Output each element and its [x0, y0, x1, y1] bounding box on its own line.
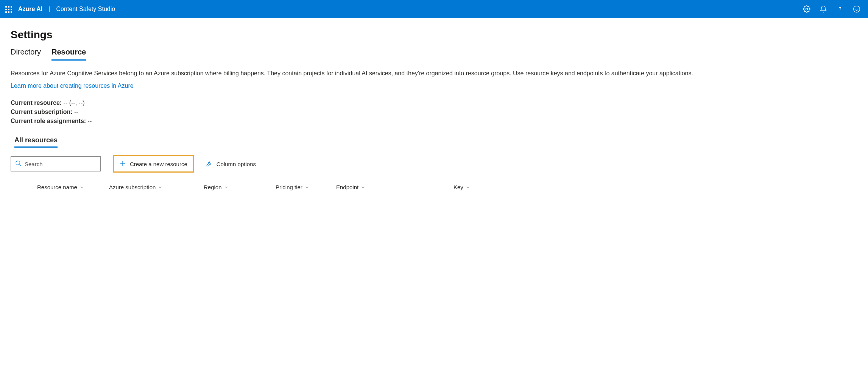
table-header-row: Resource name Azure subscription Region … [11, 179, 857, 195]
current-resource-label: Current resource: [11, 100, 62, 106]
svg-point-0 [806, 8, 808, 10]
current-subscription-value: -- [73, 109, 78, 115]
current-info-block: Current resource: -- (--, --) Current su… [11, 98, 857, 126]
tab-resource[interactable]: Resource [51, 48, 86, 61]
column-options-label: Column options [217, 161, 256, 167]
toolbar: Create a new resource Column options [11, 155, 857, 173]
create-resource-button[interactable]: Create a new resource [113, 155, 194, 173]
help-icon[interactable] [836, 5, 844, 13]
svg-point-2 [854, 6, 860, 12]
search-box[interactable] [11, 156, 101, 171]
smile-icon[interactable] [853, 5, 860, 13]
svg-point-5 [16, 161, 20, 165]
chevron-down-icon [305, 185, 309, 190]
search-input[interactable] [25, 161, 97, 167]
page-title: Settings [11, 29, 857, 41]
bell-icon[interactable] [820, 5, 827, 13]
wrench-icon [206, 160, 213, 168]
top-bar: Azure AI | Content Safety Studio [0, 0, 868, 18]
description-text: Resources for Azure Cognitive Services b… [11, 69, 857, 78]
current-role-value: -- [86, 118, 92, 124]
current-subscription-label: Current subscription: [11, 109, 73, 115]
chevron-down-icon [466, 185, 470, 190]
svg-line-6 [19, 164, 20, 165]
product-name[interactable]: Content Safety Studio [56, 6, 115, 12]
search-icon [15, 160, 22, 168]
chevron-down-icon [224, 185, 229, 190]
create-resource-label: Create a new resource [130, 161, 187, 167]
waffle-menu-icon[interactable] [5, 5, 12, 13]
tab-directory[interactable]: Directory [11, 48, 41, 61]
main-content: Settings Directory Resource Resources fo… [0, 18, 868, 195]
top-bar-right [803, 5, 863, 13]
column-header-region[interactable]: Region [204, 184, 276, 190]
chevron-down-icon [79, 185, 84, 190]
current-subscription-line: Current subscription: -- [11, 107, 857, 117]
learn-more-link[interactable]: Learn more about creating resources in A… [11, 83, 134, 89]
section-tabs: All resources [14, 136, 857, 148]
current-role-label: Current role assignments: [11, 118, 86, 124]
plus-icon [119, 160, 126, 168]
tab-all-resources[interactable]: All resources [14, 136, 58, 148]
column-header-subscription[interactable]: Azure subscription [109, 184, 204, 190]
column-header-key[interactable]: Key [450, 184, 525, 190]
brand-divider: | [48, 6, 50, 12]
current-resource-value: -- (--, --) [62, 100, 84, 106]
chevron-down-icon [158, 185, 162, 190]
column-options-button[interactable]: Column options [206, 160, 256, 168]
column-header-resource-name[interactable]: Resource name [11, 184, 109, 190]
column-header-endpoint[interactable]: Endpoint [336, 184, 450, 190]
current-role-line: Current role assignments: -- [11, 117, 857, 126]
settings-tabs: Directory Resource [11, 48, 857, 61]
current-resource-line: Current resource: -- (--, --) [11, 98, 857, 107]
top-bar-left: Azure AI | Content Safety Studio [5, 5, 115, 13]
brand-name[interactable]: Azure AI [18, 6, 42, 12]
column-header-pricing[interactable]: Pricing tier [276, 184, 336, 190]
chevron-down-icon [361, 185, 365, 190]
gear-icon[interactable] [803, 5, 810, 13]
